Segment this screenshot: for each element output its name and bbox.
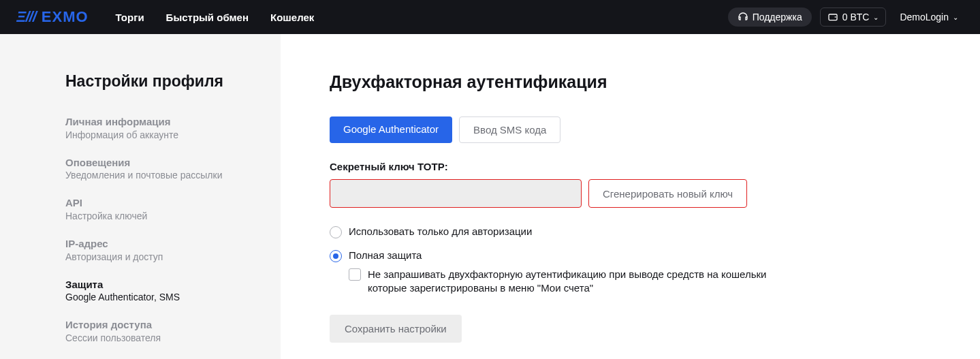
balance-dropdown[interactable]: 0 BTC ⌄ — [820, 7, 887, 27]
wallet-icon — [827, 12, 838, 22]
logo[interactable]: Ξ/// EXMO — [16, 8, 89, 26]
sidebar-item-title: IP-адрес — [65, 237, 281, 251]
checkbox-skip-label: Не запрашивать двухфакторную аутентифика… — [368, 268, 770, 296]
tab-sms[interactable]: Ввод SMS кода — [459, 116, 560, 143]
tab-google-auth[interactable]: Google Authenticator — [330, 116, 452, 143]
support-button[interactable]: Поддержка — [728, 7, 812, 27]
radio-full-label: Полная защита — [349, 249, 422, 261]
user-name: DemoLogin — [900, 12, 949, 22]
method-tabs: Google Authenticator Ввод SMS кода — [330, 116, 980, 143]
nav-trades[interactable]: Торги — [116, 12, 144, 23]
main-content: Двухфакторная аутентификация Google Auth… — [281, 34, 980, 359]
page-body: Настройки профиля Личная информация Инфо… — [0, 34, 980, 359]
logo-text: EXMO — [42, 8, 89, 26]
sidebar-item-sub: Google Authenticator, SMS — [65, 291, 281, 303]
secret-key-label: Секретный ключ TOTP: — [330, 161, 980, 172]
headset-icon — [738, 12, 748, 22]
radio-auth-only[interactable] — [330, 226, 342, 238]
radio-full-protection[interactable] — [330, 250, 342, 262]
sidebar-item-history[interactable]: История доступа Сессии пользователя — [65, 318, 281, 344]
sidebar-item-sub: Авторизация и доступ — [65, 251, 281, 263]
checkbox-skip-2fa[interactable] — [349, 268, 361, 281]
sidebar-item-sub: Сессии пользователя — [65, 332, 281, 344]
checkbox-row-skip: Не запрашивать двухфакторную аутентифика… — [349, 268, 980, 296]
nav-wallet[interactable]: Кошелек — [270, 12, 314, 23]
sidebar-item-notifications[interactable]: Оповещения Уведомления и почтовые рассыл… — [65, 156, 281, 182]
logo-icon: Ξ/// — [16, 8, 36, 26]
sidebar-title: Настройки профиля — [65, 72, 281, 91]
radio-auth-only-label: Использовать только для авторизации — [349, 225, 532, 237]
sidebar-item-personal[interactable]: Личная информация Информация об аккаунте — [65, 115, 281, 141]
save-button[interactable]: Сохранить настройки — [330, 315, 462, 343]
main-nav: Торги Быстрый обмен Кошелек — [116, 12, 315, 23]
generate-key-button[interactable]: Сгенерировать новый ключ — [588, 179, 747, 208]
sidebar-item-sub: Информация об аккаунте — [65, 129, 281, 141]
radio-row-full: Полная защита — [330, 249, 980, 262]
sidebar-item-title: Защита — [65, 278, 281, 292]
protection-mode-group: Использовать только для авторизации Полн… — [330, 225, 980, 296]
sidebar-item-security[interactable]: Защита Google Authenticator, SMS — [65, 278, 281, 304]
sidebar-item-title: История доступа — [65, 318, 281, 332]
nav-exchange[interactable]: Быстрый обмен — [166, 12, 249, 23]
header-right: Поддержка 0 BTC ⌄ DemoLogin ⌄ — [728, 7, 964, 27]
sidebar-item-ip[interactable]: IP-адрес Авторизация и доступ — [65, 237, 281, 263]
user-dropdown[interactable]: DemoLogin ⌄ — [894, 8, 964, 26]
sidebar-item-sub: Настройка ключей — [65, 210, 281, 222]
radio-row-auth-only: Использовать только для авторизации — [330, 225, 980, 238]
sidebar-item-title: Оповещения — [65, 156, 281, 170]
chevron-down-icon: ⌄ — [873, 14, 879, 21]
secret-key-input[interactable] — [330, 179, 582, 208]
top-header: Ξ/// EXMO Торги Быстрый обмен Кошелек По… — [0, 0, 980, 34]
chevron-down-icon: ⌄ — [953, 14, 958, 21]
support-label: Поддержка — [753, 12, 802, 22]
sidebar-item-sub: Уведомления и почтовые рассылки — [65, 169, 281, 181]
page-title: Двухфакторная аутентификация — [330, 72, 980, 92]
settings-sidebar: Настройки профиля Личная информация Инфо… — [0, 34, 281, 359]
sidebar-item-title: API — [65, 196, 281, 210]
sidebar-item-api[interactable]: API Настройка ключей — [65, 196, 281, 222]
balance-value: 0 BTC — [842, 12, 870, 22]
secret-key-row: Сгенерировать новый ключ — [330, 179, 980, 208]
sidebar-item-title: Личная информация — [65, 115, 281, 129]
